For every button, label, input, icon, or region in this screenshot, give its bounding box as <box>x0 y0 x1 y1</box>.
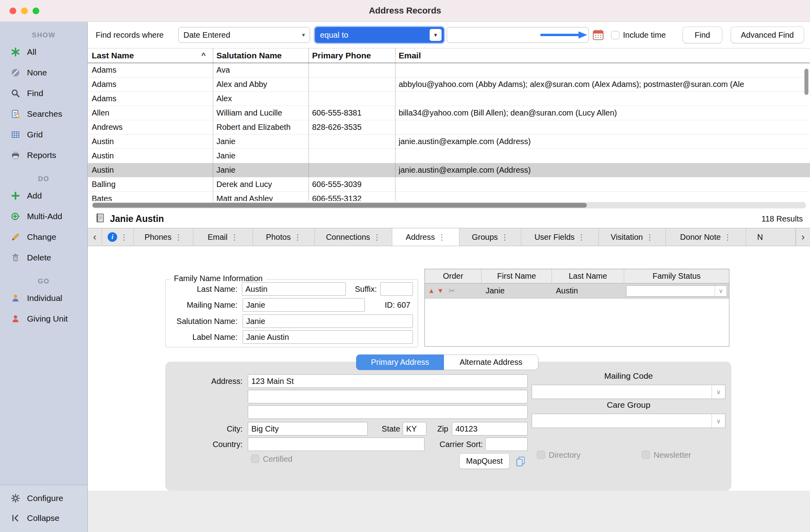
suffix-label: Suffix: <box>342 282 377 296</box>
salutation-name-field[interactable] <box>243 314 413 328</box>
horizontal-scrollbar-thumb[interactable] <box>93 203 587 208</box>
table-row[interactable]: Austin Janie janie.austin@example.com (A… <box>88 135 810 149</box>
tab-groups[interactable]: Groups⋮ <box>459 228 521 246</box>
tab-menu-dots-icon[interactable]: ⋮ <box>578 233 585 242</box>
mailing-code-dropdown[interactable]: ∨ <box>532 385 725 399</box>
tab-address[interactable]: Address⋮ <box>392 228 459 246</box>
tab-visitation[interactable]: Visitation⋮ <box>599 228 666 246</box>
tab-menu-dots-icon[interactable]: ⋮ <box>724 233 731 242</box>
mapquest-button[interactable]: MapQuest <box>459 453 509 469</box>
sidebar-item-find[interactable]: Find <box>0 83 87 104</box>
sidebar-item-reports[interactable]: Reports <box>0 145 87 166</box>
chevron-down-icon: ▾ <box>302 31 305 39</box>
primary-address-tab[interactable]: Primary Address <box>356 355 444 370</box>
tab-user-fields[interactable]: User Fields⋮ <box>521 228 599 246</box>
vertical-scrollbar-thumb[interactable] <box>804 69 808 95</box>
table-row[interactable]: Austin Janie <box>88 149 810 163</box>
tab-menu-dots-icon[interactable]: ⋮ <box>438 233 446 242</box>
tab-menu-dots-icon[interactable]: ⋮ <box>373 233 381 242</box>
tab-photos[interactable]: Photos⋮ <box>253 228 315 246</box>
field-dropdown[interactable]: Date Entered ▾ <box>178 27 310 43</box>
scissors-icon[interactable]: ✂ <box>449 286 455 295</box>
minimize-button[interactable] <box>21 8 28 14</box>
sidebar-item-change[interactable]: Change <box>0 227 87 247</box>
find-value-input[interactable] <box>447 27 589 43</box>
include-time-checkbox[interactable] <box>611 31 619 39</box>
care-group-dropdown[interactable]: ∨ <box>532 414 725 428</box>
table-row[interactable]: Allen William and Lucille 606-555-8381 b… <box>88 106 810 120</box>
zip-field[interactable] <box>452 422 528 436</box>
member-row[interactable]: ▲ ▼ ✂ Janie Austin ∨ <box>425 283 729 299</box>
certified-checkbox[interactable] <box>251 455 259 463</box>
column-header-email[interactable]: Email <box>395 48 810 63</box>
table-row-selected[interactable]: Austin Janie janie.austin@example.com (A… <box>88 163 810 177</box>
column-header-salutation-name[interactable]: Salutation Name <box>213 48 309 63</box>
column-header-last-name[interactable]: Last Name ^ <box>88 48 213 63</box>
calendar-icon[interactable] <box>592 28 605 41</box>
address-line2-field[interactable] <box>248 390 528 403</box>
tab-info[interactable]: i ⋮ <box>102 228 134 246</box>
table-row[interactable]: Bates Matt and Ashley 606-555-3132 <box>88 192 810 201</box>
sidebar-item-add[interactable]: Add <box>0 185 87 206</box>
tab-menu-dots-icon[interactable]: ⋮ <box>646 233 654 242</box>
state-field[interactable] <box>403 422 426 436</box>
family-status-dropdown[interactable]: ∨ <box>626 285 727 297</box>
last-name-label: Last Name: <box>167 282 237 296</box>
sidebar-item-multi-add[interactable]: Multi-Add <box>0 206 87 227</box>
country-field[interactable] <box>248 438 424 451</box>
column-header-primary-phone[interactable]: Primary Phone <box>309 48 395 63</box>
city-field[interactable] <box>248 422 368 436</box>
address-line3-field[interactable] <box>248 405 528 419</box>
close-button[interactable] <box>10 8 16 14</box>
sidebar-item-delete[interactable]: Delete <box>0 247 87 268</box>
label-name-label: Label Name: <box>167 330 237 344</box>
sidebar-item-none[interactable]: None <box>0 62 87 83</box>
table-row[interactable]: Adams Alex and Abby abbylou@yahoo.com (A… <box>88 77 810 92</box>
directory-checkbox[interactable] <box>537 451 545 459</box>
tab-menu-dots-icon[interactable]: ⋮ <box>501 233 509 242</box>
sidebar-item-searches[interactable]: Searches <box>0 104 87 124</box>
tab-menu-dots-icon[interactable]: ⋮ <box>231 233 238 242</box>
find-button[interactable]: Find <box>683 27 722 43</box>
operator-dropdown[interactable]: equal to ▾ <box>315 27 444 43</box>
record-header: Janie Austin 118 Results <box>88 210 810 228</box>
carrier-sort-field[interactable] <box>485 438 528 451</box>
sidebar-item-grid[interactable]: Grid <box>0 124 87 145</box>
tab-notes-cut[interactable]: N <box>746 228 796 246</box>
zoom-button[interactable] <box>33 8 39 14</box>
person-red-icon <box>10 314 21 324</box>
tab-connections[interactable]: Connections⋮ <box>315 228 392 246</box>
sidebar-item-label: Reports <box>27 150 56 160</box>
table-row[interactable]: Andrews Robert and Elizabeth 828-626-353… <box>88 120 810 135</box>
trash-icon <box>10 253 21 263</box>
tab-phones[interactable]: Phones⋮ <box>134 228 193 246</box>
address-line1-field[interactable] <box>248 374 528 388</box>
sidebar-item-configure[interactable]: Configure <box>0 488 87 508</box>
tab-donor-note[interactable]: Donor Note⋮ <box>666 228 746 246</box>
advanced-find-button[interactable]: Advanced Find <box>731 27 804 43</box>
table-row[interactable]: Adams Alex <box>88 92 810 106</box>
mailing-name-field[interactable] <box>243 298 365 312</box>
last-name-field[interactable] <box>242 282 346 296</box>
sidebar-item-individual[interactable]: Individual <box>0 288 87 308</box>
alternate-address-tab[interactable]: Alternate Address <box>444 355 538 370</box>
tabs-scroll-left-icon[interactable]: ‹ <box>88 228 102 246</box>
tab-email[interactable]: Email⋮ <box>193 228 253 246</box>
tab-menu-dots-icon[interactable]: ⋮ <box>175 233 182 242</box>
move-up-icon[interactable]: ▲ <box>428 287 435 295</box>
copy-address-icon[interactable] <box>513 454 528 469</box>
horizontal-scrollbar-track[interactable] <box>92 202 806 208</box>
table-row[interactable]: Adams Ava <box>88 63 810 77</box>
label-name-field[interactable] <box>243 330 413 344</box>
sidebar-item-all[interactable]: All <box>0 42 87 62</box>
newsletter-checkbox[interactable] <box>642 451 650 459</box>
primary-address-panel: Address: City: State Zip Country: Carrie… <box>165 362 731 491</box>
suffix-field[interactable] <box>380 282 413 296</box>
move-down-icon[interactable]: ▼ <box>437 287 444 295</box>
sidebar-item-giving-unit[interactable]: Giving Unit <box>0 308 87 329</box>
table-row[interactable]: Balling Derek and Lucy 606-555-3039 <box>88 177 810 192</box>
tab-menu-dots-icon[interactable]: ⋮ <box>294 233 301 242</box>
tab-menu-dots-icon[interactable]: ⋮ <box>120 233 128 242</box>
sidebar-item-collapse[interactable]: Collapse <box>0 508 87 528</box>
tabs-scroll-right-icon[interactable]: › <box>796 228 810 246</box>
